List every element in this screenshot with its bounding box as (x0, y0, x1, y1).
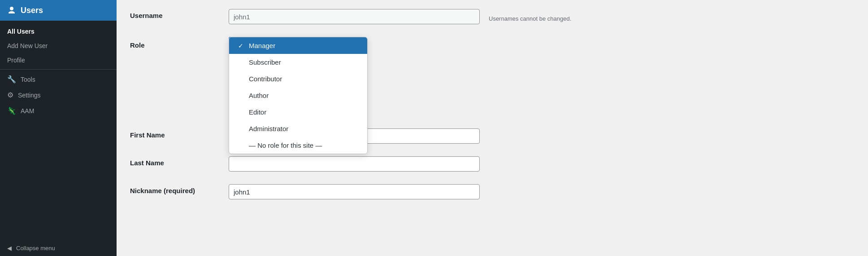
subscriber-option: Subscriber (249, 58, 281, 66)
sidebar-header[interactable]: Users (0, 0, 117, 21)
tools-label: Tools (21, 76, 35, 83)
username-field: Usernames cannot be changed. (229, 9, 855, 24)
dropdown-item-editor[interactable]: Editor (229, 104, 367, 120)
sidebar-item-tools[interactable]: 🔧 Tools (0, 71, 117, 87)
collapse-menu-button[interactable]: ◀ Collapse menu (0, 240, 117, 256)
first-name-label: First Name (130, 128, 229, 139)
dropdown-item-administrator[interactable]: Administrator (229, 120, 367, 137)
dropdown-item-author[interactable]: Author (229, 87, 367, 104)
settings-label: Settings (18, 92, 41, 99)
profile-label: Profile (7, 57, 25, 64)
add-new-user-label: Add New User (7, 42, 48, 49)
no-role-option: — No role for this site — (249, 141, 322, 149)
author-option: Author (249, 92, 269, 99)
nickname-input[interactable] (229, 184, 480, 199)
user-icon (7, 6, 16, 15)
sidebar-item-all-users[interactable]: All Users (0, 24, 117, 39)
sidebar-item-settings[interactable]: ⚙ Settings (0, 87, 117, 103)
tools-icon: 🔧 (7, 75, 16, 84)
check-icon: ✓ (238, 42, 245, 49)
role-field: Manager ✓ Manager Subscriber Contributor (229, 37, 855, 52)
all-users-label: All Users (7, 28, 35, 35)
aam-label: AAM (21, 107, 34, 115)
sidebar-item-aam[interactable]: 🦎 AAM (0, 103, 117, 119)
aam-icon: 🦎 (7, 106, 16, 115)
settings-icon: ⚙ (7, 91, 13, 99)
main-content: Username Usernames cannot be changed. Ro… (117, 0, 868, 256)
nickname-field (229, 184, 855, 199)
dropdown-item-no-role[interactable]: — No role for this site — (229, 137, 367, 154)
sidebar-nav: All Users Add New User Profile 🔧 Tools ⚙… (0, 21, 117, 122)
dropdown-item-manager[interactable]: ✓ Manager (229, 37, 367, 54)
sidebar-divider-1 (0, 69, 117, 70)
last-name-label: Last Name (130, 156, 229, 167)
last-name-input[interactable] (229, 156, 480, 172)
role-label: Role (130, 37, 229, 49)
collapse-menu-label: Collapse menu (16, 245, 55, 252)
sidebar-item-add-new-user[interactable]: Add New User (0, 39, 117, 53)
collapse-arrow-icon: ◀ (7, 245, 12, 252)
role-dropdown-menu: ✓ Manager Subscriber Contributor Author (229, 37, 368, 154)
username-row: Username Usernames cannot be changed. (130, 9, 855, 24)
dropdown-item-subscriber[interactable]: Subscriber (229, 54, 367, 71)
role-row: Role Manager ✓ Manager Subscriber (130, 37, 855, 52)
role-wrapper: Manager ✓ Manager Subscriber Contributor (229, 37, 363, 52)
nickname-row: Nickname (required) (130, 184, 855, 199)
contributor-option: Contributor (249, 75, 282, 83)
sidebar-item-profile[interactable]: Profile (0, 53, 117, 67)
last-name-row: Last Name (130, 156, 855, 172)
username-label: Username (130, 9, 229, 19)
nickname-label: Nickname (required) (130, 184, 229, 194)
sidebar: Users All Users Add New User Profile 🔧 T… (0, 0, 117, 256)
manager-option: Manager (249, 42, 275, 49)
dropdown-item-contributor[interactable]: Contributor (229, 71, 367, 87)
last-name-field (229, 156, 855, 172)
username-input[interactable] (229, 9, 480, 24)
username-hint: Usernames cannot be changed. (489, 12, 571, 22)
editor-option: Editor (249, 108, 266, 116)
sidebar-header-label: Users (21, 6, 43, 15)
administrator-option: Administrator (249, 125, 288, 132)
